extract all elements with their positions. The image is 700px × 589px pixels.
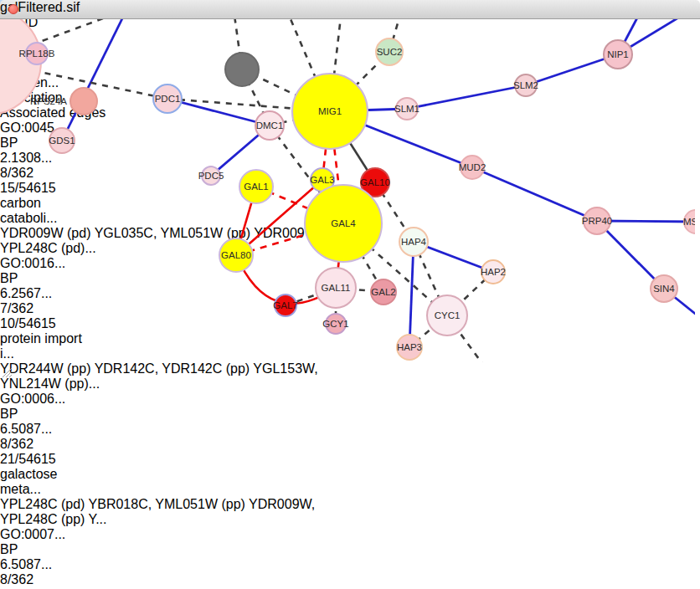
node-PDC1[interactable]: PDC1: [153, 85, 182, 113]
cell-test: 8/362: [0, 437, 60, 452]
node-label: MUD2: [459, 162, 486, 172]
network-edge[interactable]: [472, 167, 597, 221]
node-label: SLM2: [513, 80, 538, 90]
node-label: GAL4: [331, 218, 356, 228]
node-label: GDS1: [49, 136, 75, 146]
cell-t-: BP: [0, 407, 28, 422]
node-GAL4[interactable]: GAL4: [305, 185, 382, 262]
cell-t-: BP: [0, 542, 28, 557]
cell-referen-: 21/54615: [0, 452, 60, 467]
table-row[interactable]: GO:0007...BP6.5087...8/36221/54615respon…: [0, 527, 700, 589]
node-GAL2[interactable]: GAL2: [371, 279, 396, 305]
network-titlebar[interactable]: galFiltered.sif: [0, 0, 700, 19]
cell-p-value: 6.5087...: [0, 422, 47, 437]
cell-associated-edges: YPL248C (pd) YBR018C, YML051W (pp) YDR00…: [0, 497, 343, 527]
cell-p-value: 6.5087...: [0, 557, 47, 572]
network-canvas[interactable]: RPL18BRPS24AGDS1PDC1MIG1SUC2NIP1SLM2SLM1…: [0, 0, 700, 382]
node-label: MSL1: [683, 217, 695, 227]
node-label: HAP4: [401, 237, 427, 247]
screen: galFiltered.sif RPL18BRPS24AGDS1PDC1MIG1…: [0, 0, 700, 589]
node-HAP4[interactable]: HAP4: [399, 228, 428, 256]
node-label: PDC1: [155, 94, 181, 104]
node-PRP40[interactable]: PRP40: [582, 207, 612, 234]
node-MUD2[interactable]: MUD2: [459, 156, 486, 179]
node-label: RPL18B: [19, 49, 55, 59]
node-GAL7[interactable]: GAL7: [273, 294, 297, 316]
network-window-title: galFiltered.sif: [0, 0, 700, 15]
node-label: SIN4: [653, 284, 675, 294]
cell-test: 8/362: [0, 572, 60, 587]
node-label: PDC5: [198, 171, 224, 181]
node-GAL80[interactable]: GAL80: [219, 238, 253, 272]
node-label: GAL1: [244, 182, 268, 192]
network-frame: RPL18BRPS24AGDS1PDC1MIG1SUC2NIP1SLM2SLM1…: [0, 0, 700, 382]
node-GDS1[interactable]: GDS1: [49, 128, 75, 153]
node-label: HAP2: [481, 267, 506, 277]
cell-desciption: galactose meta...: [0, 467, 97, 497]
table-row[interactable]: GO:0006...BP6.5087...8/36221/54615galact…: [0, 392, 700, 527]
node-MIG1[interactable]: MIG1: [292, 74, 368, 149]
node-label: GAL11: [322, 283, 351, 293]
node-DMC1[interactable]: DMC1: [255, 111, 284, 140]
node-label: CYC1: [435, 310, 461, 320]
node-NIP1[interactable]: NIP1: [604, 40, 632, 69]
node-SIN4[interactable]: SIN4: [651, 275, 677, 302]
node-MSL1[interactable]: MSL1: [683, 210, 695, 233]
node-label: NIP1: [607, 49, 629, 59]
network-edge[interactable]: [597, 221, 664, 289]
zoom-icon[interactable]: [0, 4, 10, 14]
network-edge[interactable]: [409, 242, 414, 347]
node-label: SLM1: [394, 104, 419, 114]
node-label: PRP40: [582, 216, 612, 226]
cell-go-id: GO:0006...: [0, 392, 49, 407]
node-HAP2[interactable]: HAP2: [481, 260, 506, 284]
network-graph[interactable]: RPL18BRPS24AGDS1PDC1MIG1SUC2NIP1SLM2SLM1…: [0, 0, 695, 362]
node-SLM2[interactable]: SLM2: [513, 74, 538, 96]
network-edge[interactable]: [62, 0, 131, 141]
network-window: galFiltered.sif RPL18BRPS24AGDS1PDC1MIG1…: [0, 0, 700, 386]
node-CYC1[interactable]: CYC1: [427, 295, 467, 335]
node-label: GAL3: [310, 175, 334, 185]
node-grayNode[interactable]: [225, 53, 259, 86]
node-label: DMC1: [256, 120, 284, 131]
node-label: GCY1: [322, 319, 348, 329]
network-edges: [0, 0, 695, 362]
node-label: GAL80: [221, 250, 251, 260]
cell-go-id: GO:0007...: [0, 527, 49, 542]
node-label: RPS24A: [30, 96, 67, 106]
resize-grip-icon[interactable]: [0, 366, 13, 379]
node-RPS24A[interactable]: RPS24A: [30, 88, 97, 115]
node-SLM1[interactable]: SLM1: [394, 98, 419, 120]
node-GAL1[interactable]: GAL1: [239, 170, 273, 203]
node-label: MIG1: [318, 106, 342, 116]
node-label: GAL2: [371, 287, 395, 297]
node-label: HAP3: [397, 342, 422, 352]
node-HAP3[interactable]: HAP3: [397, 335, 422, 360]
node-GCY1[interactable]: GCY1: [322, 314, 348, 334]
node-label: SUC2: [377, 47, 403, 57]
node-GAL11[interactable]: GAL11: [316, 268, 356, 308]
minimize-icon[interactable]: [25, 4, 35, 14]
node-SUC2[interactable]: SUC2: [376, 38, 403, 65]
node-label: GAL10: [360, 177, 390, 187]
network-edge[interactable]: [407, 85, 526, 109]
node-label: GAL7: [273, 300, 297, 310]
